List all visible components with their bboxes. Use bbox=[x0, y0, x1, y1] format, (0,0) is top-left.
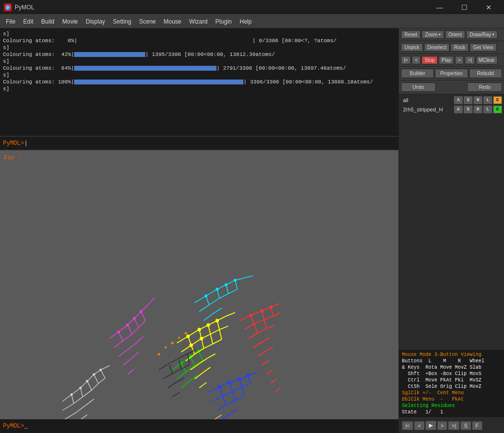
obj-2rh5-btn-h[interactable]: H bbox=[474, 106, 482, 113]
state-s-btn[interactable]: S bbox=[460, 421, 471, 430]
pymol-prompt[interactable]: PyMOL> | bbox=[0, 136, 398, 150]
toolbar-row-1: Reset Zoom ▾ Orient Draw/Ray ▾ bbox=[399, 28, 504, 41]
menu-edit[interactable]: Edit bbox=[19, 16, 37, 27]
obj-2rh5-btn-s[interactable]: S bbox=[464, 106, 473, 113]
menu-file[interactable]: File bbox=[2, 16, 19, 27]
bottom-prompt-cursor: _ bbox=[24, 423, 27, 430]
svg-point-119 bbox=[207, 324, 210, 326]
svg-point-26 bbox=[86, 380, 88, 382]
bottom-pymol-prompt[interactable]: PyMOL> _ bbox=[0, 419, 398, 433]
info-line-2: Buttons L M R Wheel bbox=[402, 358, 501, 364]
obj-2rh5-btn-a[interactable]: A bbox=[454, 106, 463, 113]
menu-movie[interactable]: Movie bbox=[58, 16, 82, 27]
svg-point-122 bbox=[200, 337, 203, 340]
obj-all-btn-c[interactable]: C bbox=[493, 96, 502, 104]
svg-point-51 bbox=[133, 317, 135, 320]
object-row-2rh5: 2rh5_stripped_H A S H L C bbox=[401, 106, 502, 113]
state-play-btn[interactable]: ▶ bbox=[425, 421, 436, 430]
svg-point-174 bbox=[247, 374, 250, 377]
info-line-7: SglClk +/- Cent Menu bbox=[402, 390, 501, 396]
pb-stop-button[interactable]: Stop bbox=[422, 56, 438, 64]
menu-wizard[interactable]: Wizard bbox=[186, 16, 212, 27]
console-line-3: s] bbox=[3, 44, 396, 51]
svg-point-189 bbox=[178, 357, 180, 360]
obj-2rh5-btn-c[interactable]: C bbox=[493, 106, 502, 113]
undo-redo-row: Undo Redo bbox=[399, 81, 504, 94]
obj-all-btn-h[interactable]: H bbox=[474, 96, 482, 104]
undo-button[interactable]: Undo bbox=[401, 82, 436, 92]
molecular-viewport[interactable]: For Educational Use Only bbox=[0, 150, 398, 419]
info-line-6: CtSh Sele Orig Clip MovZ bbox=[402, 383, 501, 390]
state-end-btn[interactable]: >| bbox=[448, 421, 459, 430]
menu-mouse[interactable]: Mouse bbox=[159, 16, 185, 27]
svg-point-72 bbox=[234, 279, 237, 282]
builder-button[interactable]: Builder bbox=[401, 69, 434, 78]
svg-point-49 bbox=[117, 331, 120, 333]
minimize-button[interactable]: — bbox=[428, 0, 451, 15]
svg-point-171 bbox=[218, 386, 220, 388]
svg-point-173 bbox=[238, 378, 240, 380]
window-title: PyMOL bbox=[15, 4, 428, 11]
pb-start-button[interactable]: |< bbox=[401, 56, 411, 64]
console-line-9: s] bbox=[3, 85, 396, 92]
deselect-button[interactable]: Deselect bbox=[424, 43, 450, 52]
close-button[interactable]: ✕ bbox=[477, 0, 500, 15]
object-row-all: all A S H L C bbox=[401, 96, 502, 104]
rock-button[interactable]: Rock bbox=[451, 43, 469, 52]
pb-prev-button[interactable]: < bbox=[412, 56, 421, 64]
console-line-1: s] bbox=[3, 30, 396, 37]
titlebar: P PyMOL — ☐ ✕ bbox=[0, 0, 504, 15]
console-output: s] Colouring atoms: 0%| | 0/3306 [00:00<… bbox=[0, 28, 398, 136]
state-next-btn[interactable]: > bbox=[437, 421, 447, 430]
state-bar: |< < ▶ > >| S F bbox=[399, 417, 504, 433]
state-prev-btn[interactable]: < bbox=[414, 421, 424, 430]
svg-point-70 bbox=[216, 288, 218, 291]
pb-mclear-button[interactable]: MClear bbox=[476, 56, 498, 64]
menubar: File Edit Build Movie Display Setting Sc… bbox=[0, 15, 504, 28]
pb-play-button[interactable]: Play bbox=[439, 56, 454, 64]
maximize-button[interactable]: ☐ bbox=[453, 0, 476, 15]
svg-point-148 bbox=[261, 310, 264, 312]
obj-all-btn-l[interactable]: L bbox=[483, 96, 492, 104]
bottom-prompt-label: PyMOL> bbox=[3, 423, 24, 430]
zoom-button[interactable]: Zoom ▾ bbox=[422, 30, 444, 39]
console-line-7: s] bbox=[3, 72, 396, 79]
menu-setting[interactable]: Setting bbox=[109, 16, 135, 27]
console-progress-100: Colouring atoms: 100%| | 3306/3306 [00:0… bbox=[3, 79, 396, 85]
pb-end-button[interactable]: >| bbox=[465, 56, 475, 64]
svg-point-207 bbox=[164, 347, 167, 349]
reset-button[interactable]: Reset bbox=[401, 30, 421, 39]
right-panel: Reset Zoom ▾ Orient Draw/Ray ▾ Unpick De… bbox=[398, 28, 504, 433]
obj-2rh5-btn-l[interactable]: L bbox=[483, 106, 492, 113]
obj-all-btn-a[interactable]: A bbox=[454, 96, 463, 104]
toolbar-row-2: Unpick Deselect Rock Get View bbox=[399, 41, 504, 54]
orient-button[interactable]: Orient bbox=[445, 30, 465, 39]
unpick-button[interactable]: Unpick bbox=[401, 43, 423, 52]
info-panel: Mouse Mode 3-Button Viewing Buttons L M … bbox=[399, 349, 504, 417]
svg-point-52 bbox=[140, 311, 142, 313]
state-start-btn[interactable]: |< bbox=[402, 421, 413, 430]
obj-all-btn-s[interactable]: S bbox=[464, 96, 473, 104]
main-layout: s] Colouring atoms: 0%| | 0/3306 [00:00<… bbox=[0, 28, 504, 433]
rebuild-button[interactable]: Rebuild bbox=[469, 69, 502, 78]
drawray-button[interactable]: Draw/Ray ▾ bbox=[466, 30, 498, 39]
state-f-btn[interactable]: F bbox=[472, 421, 482, 430]
prompt-cursor: | bbox=[24, 140, 27, 147]
pb-next-button[interactable]: > bbox=[455, 56, 464, 64]
menu-plugin[interactable]: Plugin bbox=[212, 16, 236, 27]
svg-point-25 bbox=[80, 387, 81, 389]
svg-point-188 bbox=[168, 362, 170, 365]
menu-scene[interactable]: Scene bbox=[135, 16, 159, 27]
svg-point-71 bbox=[225, 284, 228, 286]
info-line-1: Mouse Mode 3-Button Viewing bbox=[402, 352, 501, 358]
menu-display[interactable]: Display bbox=[82, 16, 109, 27]
svg-point-118 bbox=[198, 328, 200, 331]
pymol-icon: P bbox=[4, 3, 12, 11]
menu-help[interactable]: Help bbox=[236, 16, 256, 27]
menu-build[interactable]: Build bbox=[37, 16, 58, 27]
getview-button[interactable]: Get View bbox=[470, 43, 496, 52]
properties-button[interactable]: Properties bbox=[435, 69, 468, 78]
svg-point-149 bbox=[270, 306, 272, 308]
redo-button[interactable]: Redo bbox=[467, 82, 502, 92]
svg-point-209 bbox=[178, 336, 181, 339]
